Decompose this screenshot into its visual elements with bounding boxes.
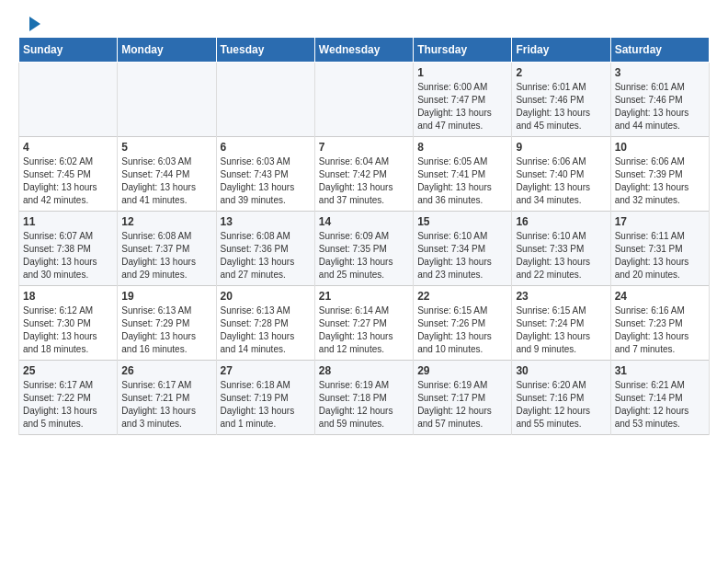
day-number: 10 xyxy=(615,141,705,154)
header-cell-sunday: Sunday xyxy=(19,38,118,63)
day-info: Sunrise: 6:12 AM Sunset: 7:30 PM Dayligh… xyxy=(23,304,113,356)
day-info: Sunrise: 6:21 AM Sunset: 7:14 PM Dayligh… xyxy=(615,379,705,431)
day-info: Sunrise: 6:07 AM Sunset: 7:38 PM Dayligh… xyxy=(23,230,113,282)
day-number: 29 xyxy=(417,364,507,377)
day-info: Sunrise: 6:14 AM Sunset: 7:27 PM Dayligh… xyxy=(319,304,409,356)
day-cell: 7Sunrise: 6:04 AM Sunset: 7:42 PM Daylig… xyxy=(314,137,413,212)
day-info: Sunrise: 6:08 AM Sunset: 7:36 PM Dayligh… xyxy=(221,230,311,282)
day-info: Sunrise: 6:02 AM Sunset: 7:45 PM Dayligh… xyxy=(23,155,113,207)
day-info: Sunrise: 6:01 AM Sunset: 7:46 PM Dayligh… xyxy=(516,81,606,132)
day-number: 30 xyxy=(516,364,606,377)
day-cell: 20Sunrise: 6:13 AM Sunset: 7:28 PM Dayli… xyxy=(216,286,314,361)
day-cell: 10Sunrise: 6:06 AM Sunset: 7:39 PM Dayli… xyxy=(610,137,709,212)
day-info: Sunrise: 6:00 AM Sunset: 7:47 PM Dayligh… xyxy=(417,81,507,132)
day-number: 1 xyxy=(417,66,507,79)
day-cell: 24Sunrise: 6:16 AM Sunset: 7:23 PM Dayli… xyxy=(610,286,709,361)
day-number: 3 xyxy=(615,66,705,79)
day-cell: 22Sunrise: 6:15 AM Sunset: 7:26 PM Dayli… xyxy=(414,286,512,361)
day-cell xyxy=(19,63,118,137)
day-number: 5 xyxy=(121,141,211,154)
day-number: 24 xyxy=(615,290,705,303)
day-cell: 2Sunrise: 6:01 AM Sunset: 7:46 PM Daylig… xyxy=(512,63,610,137)
day-number: 8 xyxy=(417,141,507,154)
day-cell: 9Sunrise: 6:06 AM Sunset: 7:40 PM Daylig… xyxy=(512,137,610,212)
day-cell: 11Sunrise: 6:07 AM Sunset: 7:38 PM Dayli… xyxy=(19,212,118,286)
day-number: 15 xyxy=(417,215,507,228)
day-number: 11 xyxy=(23,215,113,228)
day-number: 19 xyxy=(121,290,211,303)
day-number: 13 xyxy=(221,215,311,228)
day-cell: 17Sunrise: 6:11 AM Sunset: 7:31 PM Dayli… xyxy=(610,212,709,286)
day-info: Sunrise: 6:15 AM Sunset: 7:26 PM Dayligh… xyxy=(417,304,507,356)
day-number: 6 xyxy=(221,141,311,154)
day-cell: 29Sunrise: 6:19 AM Sunset: 7:17 PM Dayli… xyxy=(414,361,512,435)
day-info: Sunrise: 6:17 AM Sunset: 7:21 PM Dayligh… xyxy=(121,379,211,431)
week-row-4: 18Sunrise: 6:12 AM Sunset: 7:30 PM Dayli… xyxy=(19,286,710,361)
day-cell: 30Sunrise: 6:20 AM Sunset: 7:16 PM Dayli… xyxy=(512,361,610,435)
week-row-2: 4Sunrise: 6:02 AM Sunset: 7:45 PM Daylig… xyxy=(19,137,710,212)
day-number: 28 xyxy=(319,364,409,377)
day-number: 16 xyxy=(516,215,606,228)
logo xyxy=(18,15,42,31)
calendar-header: SundayMondayTuesdayWednesdayThursdayFrid… xyxy=(19,38,710,63)
day-number: 21 xyxy=(319,290,409,303)
day-number: 7 xyxy=(319,141,409,154)
day-info: Sunrise: 6:01 AM Sunset: 7:46 PM Dayligh… xyxy=(615,81,705,132)
day-cell: 28Sunrise: 6:19 AM Sunset: 7:18 PM Dayli… xyxy=(314,361,413,435)
day-number: 2 xyxy=(516,66,606,79)
day-info: Sunrise: 6:06 AM Sunset: 7:39 PM Dayligh… xyxy=(615,155,705,207)
header xyxy=(18,15,710,31)
day-info: Sunrise: 6:17 AM Sunset: 7:22 PM Dayligh… xyxy=(23,379,113,431)
day-number: 23 xyxy=(516,290,606,303)
day-cell: 27Sunrise: 6:18 AM Sunset: 7:19 PM Dayli… xyxy=(216,361,314,435)
day-cell: 31Sunrise: 6:21 AM Sunset: 7:14 PM Dayli… xyxy=(610,361,709,435)
day-cell: 6Sunrise: 6:03 AM Sunset: 7:43 PM Daylig… xyxy=(216,137,314,212)
day-cell: 13Sunrise: 6:08 AM Sunset: 7:36 PM Dayli… xyxy=(216,212,314,286)
day-number: 31 xyxy=(615,364,705,377)
day-cell: 21Sunrise: 6:14 AM Sunset: 7:27 PM Dayli… xyxy=(314,286,413,361)
svg-marker-0 xyxy=(29,17,40,31)
day-number: 4 xyxy=(23,141,113,154)
day-cell xyxy=(314,63,413,137)
header-cell-saturday: Saturday xyxy=(610,38,709,63)
day-cell: 23Sunrise: 6:15 AM Sunset: 7:24 PM Dayli… xyxy=(512,286,610,361)
day-cell: 5Sunrise: 6:03 AM Sunset: 7:44 PM Daylig… xyxy=(118,137,216,212)
day-cell: 18Sunrise: 6:12 AM Sunset: 7:30 PM Dayli… xyxy=(19,286,118,361)
day-number: 20 xyxy=(221,290,311,303)
header-cell-friday: Friday xyxy=(512,38,610,63)
day-cell: 25Sunrise: 6:17 AM Sunset: 7:22 PM Dayli… xyxy=(19,361,118,435)
day-cell: 8Sunrise: 6:05 AM Sunset: 7:41 PM Daylig… xyxy=(414,137,512,212)
header-cell-tuesday: Tuesday xyxy=(216,38,314,63)
day-cell: 19Sunrise: 6:13 AM Sunset: 7:29 PM Dayli… xyxy=(118,286,216,361)
week-row-3: 11Sunrise: 6:07 AM Sunset: 7:38 PM Dayli… xyxy=(19,212,710,286)
day-info: Sunrise: 6:10 AM Sunset: 7:33 PM Dayligh… xyxy=(516,230,606,282)
header-cell-thursday: Thursday xyxy=(414,38,512,63)
day-cell: 3Sunrise: 6:01 AM Sunset: 7:46 PM Daylig… xyxy=(610,63,709,137)
day-number: 26 xyxy=(121,364,211,377)
day-cell: 14Sunrise: 6:09 AM Sunset: 7:35 PM Dayli… xyxy=(314,212,413,286)
calendar-body: 1Sunrise: 6:00 AM Sunset: 7:47 PM Daylig… xyxy=(19,63,710,435)
day-cell xyxy=(118,63,216,137)
day-number: 14 xyxy=(319,215,409,228)
logo-icon xyxy=(20,15,42,31)
day-number: 22 xyxy=(417,290,507,303)
day-info: Sunrise: 6:20 AM Sunset: 7:16 PM Dayligh… xyxy=(516,379,606,431)
day-info: Sunrise: 6:06 AM Sunset: 7:40 PM Dayligh… xyxy=(516,155,606,207)
day-cell: 26Sunrise: 6:17 AM Sunset: 7:21 PM Dayli… xyxy=(118,361,216,435)
day-number: 27 xyxy=(221,364,311,377)
day-cell: 1Sunrise: 6:00 AM Sunset: 7:47 PM Daylig… xyxy=(414,63,512,137)
day-number: 25 xyxy=(23,364,113,377)
calendar-table: SundayMondayTuesdayWednesdayThursdayFrid… xyxy=(18,37,710,435)
day-cell: 4Sunrise: 6:02 AM Sunset: 7:45 PM Daylig… xyxy=(19,137,118,212)
day-number: 12 xyxy=(121,215,211,228)
day-info: Sunrise: 6:05 AM Sunset: 7:41 PM Dayligh… xyxy=(417,155,507,207)
day-number: 9 xyxy=(516,141,606,154)
day-info: Sunrise: 6:16 AM Sunset: 7:23 PM Dayligh… xyxy=(615,304,705,356)
day-cell: 12Sunrise: 6:08 AM Sunset: 7:37 PM Dayli… xyxy=(118,212,216,286)
day-info: Sunrise: 6:11 AM Sunset: 7:31 PM Dayligh… xyxy=(615,230,705,282)
day-info: Sunrise: 6:13 AM Sunset: 7:29 PM Dayligh… xyxy=(121,304,211,356)
week-row-1: 1Sunrise: 6:00 AM Sunset: 7:47 PM Daylig… xyxy=(19,63,710,137)
day-info: Sunrise: 6:04 AM Sunset: 7:42 PM Dayligh… xyxy=(319,155,409,207)
day-info: Sunrise: 6:08 AM Sunset: 7:37 PM Dayligh… xyxy=(121,230,211,282)
header-row: SundayMondayTuesdayWednesdayThursdayFrid… xyxy=(19,38,710,63)
